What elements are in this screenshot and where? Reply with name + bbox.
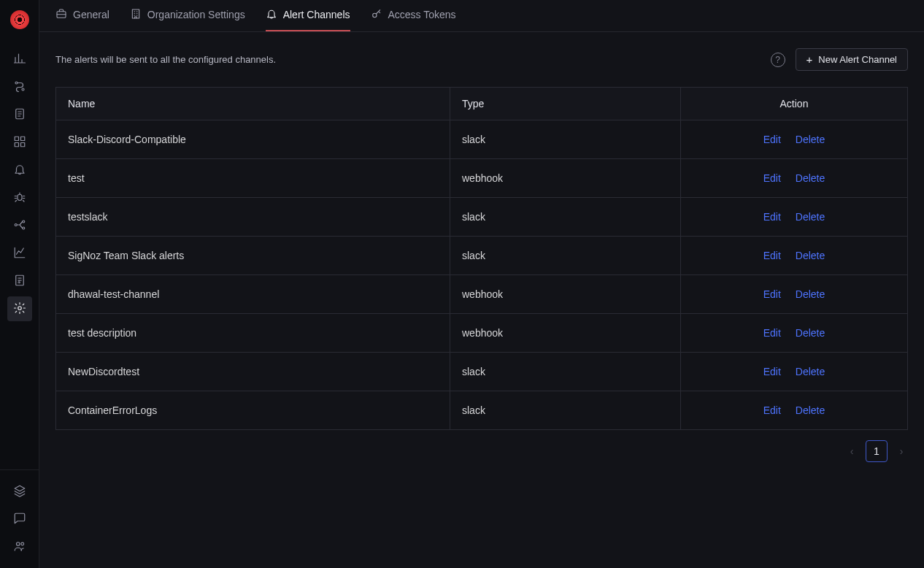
channel-name-cell: ContainerErrorLogs: [56, 391, 450, 430]
new-alert-channel-label: New Alert Channel: [818, 54, 897, 65]
channel-type-cell: slack: [450, 198, 681, 237]
app-logo[interactable]: [10, 10, 29, 29]
channel-action-cell: Edit Delete: [681, 353, 908, 391]
table-row: SigNoz Team Slack alerts slack Edit Dele…: [56, 237, 908, 275]
bar-chart-icon: [13, 52, 26, 67]
svg-rect-7: [18, 194, 22, 200]
table-row: Slack-Discord-Compatible slack Edit Dele…: [56, 120, 908, 159]
tab-access-tokens[interactable]: Access Tokens: [371, 0, 456, 31]
svg-rect-5: [15, 142, 18, 146]
sidebar-item-bell[interactable]: [7, 158, 32, 183]
channel-action-cell: Edit Delete: [681, 120, 908, 159]
table-row: test description webhook Edit Delete: [56, 314, 908, 353]
sidebar-item-bug[interactable]: [7, 185, 32, 210]
svg-point-15: [20, 542, 23, 545]
channel-action-cell: Edit Delete: [681, 198, 908, 237]
channel-type-cell: webhook: [450, 275, 681, 314]
channel-type-cell: webhook: [450, 159, 681, 198]
channel-type-cell: slack: [450, 353, 681, 391]
sidebar-item-grid[interactable]: [7, 130, 32, 155]
alert-channels-table: Name Type Action Slack-Discord-Compatibl…: [55, 87, 908, 430]
svg-point-14: [16, 542, 20, 545]
receipt-icon: $: [13, 274, 26, 289]
help-icon: ?: [775, 55, 780, 65]
svg-point-1: [22, 88, 24, 91]
sidebar-item-layers[interactable]: [7, 479, 32, 504]
settings-tabs: General Organization Settings Alert Chan…: [39, 0, 924, 32]
table-row: ContainerErrorLogs slack Edit Delete: [56, 391, 908, 430]
delete-link[interactable]: Delete: [796, 404, 825, 416]
edit-link[interactable]: Edit: [763, 327, 781, 339]
channel-action-cell: Edit Delete: [681, 159, 908, 198]
tab-label: Organization Settings: [147, 9, 245, 20]
edit-link[interactable]: Edit: [763, 211, 781, 223]
plus-icon: +: [806, 54, 813, 65]
sidebar-item-gear[interactable]: [7, 296, 32, 321]
edit-link[interactable]: Edit: [763, 134, 781, 145]
edit-link[interactable]: Edit: [763, 288, 781, 300]
new-alert-channel-button[interactable]: + New Alert Channel: [796, 48, 908, 71]
table-row: testslack slack Edit Delete: [56, 198, 908, 237]
sidebar-item-chat[interactable]: [7, 507, 32, 531]
channel-action-cell: Edit Delete: [681, 314, 908, 353]
channel-action-cell: Edit Delete: [681, 275, 908, 314]
sidebar-item-bar-chart[interactable]: [7, 47, 32, 72]
pagination-page-1[interactable]: 1: [866, 440, 888, 462]
delete-link[interactable]: Delete: [796, 250, 825, 261]
route-icon: [13, 80, 26, 95]
col-header-name: Name: [56, 88, 450, 120]
scroll-icon: [13, 107, 26, 123]
sidebar-item-route[interactable]: [7, 74, 32, 99]
tab-general[interactable]: General: [55, 0, 109, 31]
key-icon: [371, 8, 382, 22]
delete-link[interactable]: Delete: [796, 366, 825, 377]
gear-icon: [13, 302, 26, 317]
channel-type-cell: slack: [450, 391, 681, 430]
svg-point-13: [18, 306, 21, 310]
briefcase-icon: [55, 8, 67, 22]
edit-link[interactable]: Edit: [763, 172, 781, 184]
sidebar-item-users[interactable]: [7, 534, 32, 559]
edit-link[interactable]: Edit: [763, 366, 781, 377]
delete-link[interactable]: Delete: [796, 172, 825, 184]
channel-name-cell: testslack: [56, 198, 450, 237]
channel-action-cell: Edit Delete: [681, 391, 908, 430]
delete-link[interactable]: Delete: [796, 134, 825, 145]
tab-organization-settings[interactable]: Organization Settings: [130, 0, 245, 31]
main-content: General Organization Settings Alert Chan…: [39, 0, 924, 568]
delete-link[interactable]: Delete: [796, 211, 825, 223]
col-header-type: Type: [450, 88, 681, 120]
bug-icon: [13, 191, 26, 206]
channel-action-cell: Edit Delete: [681, 237, 908, 275]
help-button[interactable]: ?: [771, 53, 785, 67]
users-icon: [13, 540, 26, 555]
pipeline-icon: [13, 218, 26, 234]
channel-name-cell: test: [56, 159, 450, 198]
sidebar-item-area-chart[interactable]: [7, 241, 32, 266]
channel-name-cell: test description: [56, 314, 450, 353]
tab-label: Alert Channels: [283, 9, 350, 20]
svg-rect-3: [15, 137, 18, 140]
edit-link[interactable]: Edit: [763, 404, 781, 416]
sidebar-item-receipt[interactable]: $: [7, 269, 32, 293]
tab-alert-channels[interactable]: Alert Channels: [266, 0, 350, 31]
page-description: The alerts will be sent to all the confi…: [55, 54, 276, 65]
pagination: ‹ 1 ›: [55, 440, 908, 462]
channel-type-cell: slack: [450, 120, 681, 159]
sidebar-item-scroll[interactable]: [7, 102, 32, 127]
delete-link[interactable]: Delete: [796, 327, 825, 339]
pagination-prev: ‹: [845, 445, 858, 457]
chat-icon: [13, 512, 26, 527]
bell-icon: [266, 8, 277, 22]
edit-link[interactable]: Edit: [763, 250, 781, 261]
sidebar-item-pipeline[interactable]: [7, 213, 32, 238]
bell-icon: [13, 163, 26, 178]
col-header-action: Action: [681, 88, 908, 120]
table-row: NewDiscordtest slack Edit Delete: [56, 353, 908, 391]
channel-name-cell: dhawal-test-channel: [56, 275, 450, 314]
delete-link[interactable]: Delete: [796, 288, 825, 300]
area-chart-icon: [13, 246, 26, 261]
channel-name-cell: Slack-Discord-Compatible: [56, 120, 450, 159]
svg-rect-6: [20, 142, 24, 146]
channel-type-cell: webhook: [450, 314, 681, 353]
